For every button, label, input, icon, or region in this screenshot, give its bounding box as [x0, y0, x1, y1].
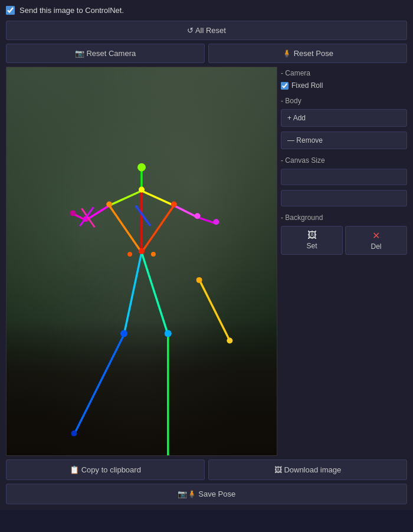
- send-to-controlnet-label: Send this image to ControlNet.: [19, 6, 124, 15]
- canvas-width-input[interactable]: 512: [281, 169, 407, 185]
- fixed-roll-row: Fixed Roll: [281, 81, 407, 90]
- body-section-label: - Body: [281, 97, 407, 105]
- svg-line-31: [136, 205, 150, 226]
- download-image-button[interactable]: 🖼 Download image: [208, 459, 407, 480]
- reset-pose-button[interactable]: 🧍 Reset Pose: [208, 44, 407, 63]
- del-label: Del: [371, 242, 381, 251]
- copy-to-clipboard-button[interactable]: 📋 Copy to clipboard: [6, 459, 205, 480]
- svg-line-9: [198, 217, 215, 223]
- svg-line-2: [142, 191, 174, 206]
- fixed-roll-checkbox[interactable]: [281, 82, 289, 90]
- svg-point-20: [195, 213, 201, 219]
- send-to-controlnet-row: Send this image to ControlNet.: [6, 6, 407, 15]
- svg-line-3: [109, 205, 142, 252]
- svg-point-15: [139, 187, 145, 193]
- set-label: Set: [306, 242, 317, 250]
- camera-section-label: - Camera: [281, 69, 407, 77]
- all-reset-button[interactable]: ↺ All Reset: [6, 21, 407, 40]
- canvas-height-input[interactable]: 768: [281, 190, 407, 206]
- remove-body-label: — Remove: [287, 136, 323, 145]
- background-set-button[interactable]: 🖼 Set: [281, 226, 343, 255]
- bottom-buttons-row: 📋 Copy to clipboard 🖼 Download image: [6, 459, 407, 480]
- svg-point-17: [171, 201, 177, 207]
- svg-point-33: [196, 277, 202, 283]
- svg-point-24: [151, 252, 156, 257]
- skeleton-svg[interactable]: [6, 67, 277, 455]
- svg-point-21: [213, 219, 219, 225]
- add-body-label: + Add: [287, 114, 306, 122]
- background-buttons: 🖼 Set ✕ Del: [281, 226, 407, 255]
- svg-point-22: [139, 248, 145, 254]
- reset-camera-button[interactable]: 📷 Reset Camera: [6, 44, 205, 63]
- svg-point-27: [71, 431, 77, 436]
- save-pose-button[interactable]: 📷🧍 Save Pose: [6, 484, 407, 504]
- add-body-button[interactable]: + Add: [281, 109, 407, 127]
- send-to-controlnet-checkbox[interactable]: [6, 6, 15, 15]
- svg-line-8: [174, 205, 198, 217]
- svg-line-12: [142, 252, 168, 334]
- canvas-area[interactable]: [6, 67, 277, 456]
- svg-point-23: [127, 252, 132, 257]
- set-icon: 🖼: [307, 230, 317, 241]
- fixed-roll-label: Fixed Roll: [291, 81, 323, 90]
- remove-body-button[interactable]: — Remove: [281, 132, 407, 149]
- svg-line-1: [109, 191, 142, 206]
- background-section-label: - Background: [281, 214, 407, 222]
- canvas-size-section-label: - Canvas Size: [281, 156, 407, 165]
- svg-line-32: [201, 282, 230, 341]
- svg-point-26: [165, 330, 172, 337]
- svg-point-34: [227, 337, 232, 343]
- svg-line-4: [142, 205, 174, 252]
- svg-point-25: [120, 330, 127, 337]
- right-panel: - Camera Fixed Roll - Body + Add — Remov…: [281, 67, 407, 456]
- svg-point-19: [70, 210, 76, 216]
- svg-point-14: [137, 163, 146, 172]
- camera-pose-reset-row: 📷 Reset Camera 🧍 Reset Pose: [6, 44, 407, 63]
- svg-line-10: [124, 252, 142, 334]
- del-icon: ✕: [372, 230, 380, 241]
- background-del-button[interactable]: ✕ Del: [345, 226, 407, 255]
- svg-line-11: [74, 334, 124, 434]
- svg-point-16: [106, 201, 112, 207]
- main-area: - Camera Fixed Roll - Body + Add — Remov…: [6, 67, 407, 456]
